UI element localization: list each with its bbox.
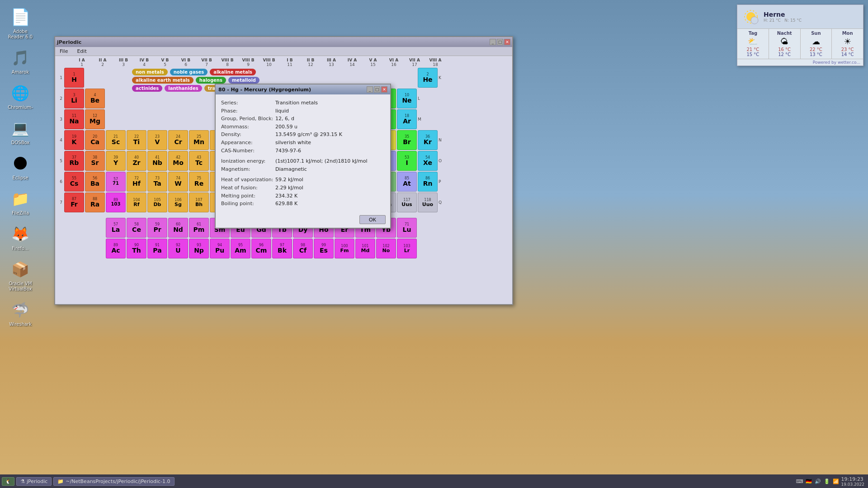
element-Y[interactable]: 39Y	[106, 151, 126, 171]
element-Fr[interactable]: 87Fr	[64, 192, 84, 212]
element-U[interactable]: 92U	[168, 239, 188, 258]
element-Ce[interactable]: 58Ce	[127, 218, 146, 238]
element-No[interactable]: 102No	[376, 239, 396, 258]
desktop-icon-wireshark[interactable]: 🦈 Wireshark	[5, 297, 36, 329]
desktop-icon-filezilla[interactable]: 📁 FileZilla	[5, 186, 36, 218]
element-Ca[interactable]: 20Ca	[85, 130, 105, 150]
element-Cr[interactable]: 24Cr	[168, 130, 188, 150]
element-Pa[interactable]: 91Pa	[147, 239, 167, 258]
weather-header: Herne H: 21 °C N: 15 °C	[737, 5, 863, 28]
element-Rn[interactable]: 86Rn	[418, 172, 438, 192]
firefox-label: Firefo...	[12, 246, 29, 251]
element-Nb[interactable]: 41Nb	[147, 151, 167, 171]
element-V[interactable]: 23V	[147, 130, 167, 150]
element-Pr[interactable]: 59Pr	[147, 218, 167, 238]
legend-lanthanides[interactable]: lanthanides	[165, 85, 202, 92]
element-Mg[interactable]: 12Mg	[85, 109, 105, 129]
element-Ne[interactable]: 10Ne	[397, 89, 417, 108]
element-Ti[interactable]: 22Ti	[127, 130, 146, 150]
group-label-iva: IV A	[342, 58, 363, 62]
desktop-icon-firefox[interactable]: 🦊 Firefo...	[5, 221, 36, 253]
element-Na[interactable]: 11Na	[64, 109, 84, 129]
dialog-close[interactable]: ✕	[381, 86, 387, 93]
menu-edit[interactable]: Edit	[75, 47, 88, 55]
element-Cs[interactable]: 55Cs	[64, 172, 84, 192]
element-Hf[interactable]: 72Hf	[127, 172, 146, 192]
element-Nd[interactable]: 60Nd	[168, 218, 188, 238]
element-Li[interactable]: 3Li	[64, 89, 84, 108]
element-Tc[interactable]: 43Tc	[189, 151, 209, 171]
weather-days-row: Tag ⛅ 21 °C 15 °C Nacht 🌤 16 °C 12 °C Su…	[737, 28, 863, 59]
legend-metalloid[interactable]: metalloid	[228, 77, 259, 84]
dialog-footer: OK	[216, 212, 390, 228]
element-H[interactable]: 1 H	[64, 68, 84, 88]
element-Mo[interactable]: 42Mo	[168, 151, 188, 171]
desktop-icon-dosbox[interactable]: 💻 DOSBox	[5, 116, 36, 147]
element-Uus[interactable]: 117Uus	[397, 192, 417, 212]
ok-button[interactable]: OK	[359, 215, 386, 224]
element-I[interactable]: 53I	[397, 151, 417, 171]
menu-file[interactable]: File	[58, 47, 70, 55]
legend-alkaline-earth[interactable]: alkaline earth metals	[132, 77, 193, 84]
desktop-icon-chromium[interactable]: 🌐 Chromium-	[5, 80, 36, 112]
taskbar-netbeans[interactable]: 📁 ~/NetBeansProjects/jPeriodic/jPeriodic…	[53, 477, 174, 486]
element-Ta[interactable]: 73Ta	[147, 172, 167, 192]
element-Kr[interactable]: 36Kr	[418, 130, 438, 150]
element-Fm[interactable]: 100Fm	[335, 239, 354, 258]
element-Xe[interactable]: 54Xe	[418, 151, 438, 171]
start-button[interactable]: 🐧	[2, 477, 14, 486]
element-Br[interactable]: 35Br	[397, 130, 417, 150]
desktop-icon-oracle[interactable]: 📦 Oracle VMVirtualBox	[5, 257, 36, 294]
legend-noble-gases[interactable]: noble gases	[170, 69, 208, 75]
element-Np[interactable]: 93Np	[189, 239, 209, 258]
desktop-icon-adobe[interactable]: 📄 AdobeReader 6.0	[5, 5, 36, 42]
desktop-icon-amarok[interactable]: 🎵 Amarok	[5, 45, 36, 77]
legend-actinides[interactable]: actinides	[132, 85, 162, 92]
element-Db[interactable]: 105Db	[147, 192, 167, 212]
element-Sg[interactable]: 106Sg	[168, 192, 188, 212]
element-Zr[interactable]: 40Zr	[127, 151, 146, 171]
element-Bk[interactable]: 97Bk	[272, 239, 292, 258]
element-Bh[interactable]: 107Bh	[189, 192, 209, 212]
element-Ac[interactable]: 89Ac	[106, 239, 126, 258]
dialog-maximize[interactable]: □	[374, 86, 380, 93]
element-Rb[interactable]: 37Rb	[64, 151, 84, 171]
element-Ba[interactable]: 56Ba	[85, 172, 105, 192]
dialog-minimize[interactable]: _	[367, 86, 373, 93]
element-Ar[interactable]: 18Ar	[397, 109, 417, 129]
element-Cm[interactable]: 96Cm	[251, 239, 271, 258]
element-Th[interactable]: 90Th	[127, 239, 146, 258]
element-Am[interactable]: 95Am	[231, 239, 250, 258]
element-Sc[interactable]: 21Sc	[106, 130, 126, 150]
element-W[interactable]: 74W	[168, 172, 188, 192]
element-Lr[interactable]: 103Lr	[397, 239, 417, 258]
element-Mn[interactable]: 25Mn	[189, 130, 209, 150]
element-Be[interactable]: 4Be	[85, 89, 105, 108]
element-Sr[interactable]: 38Sr	[85, 151, 105, 171]
taskbar-jperiodic[interactable]: ⚗ jPeriodic	[16, 477, 52, 486]
element-Pm[interactable]: 61Pm	[189, 218, 209, 238]
element-Cf[interactable]: 98Cf	[293, 239, 313, 258]
maximize-button[interactable]: □	[497, 39, 503, 45]
minimize-button[interactable]: _	[490, 39, 496, 45]
element-At[interactable]: 85At	[397, 172, 417, 192]
element-He[interactable]: 2 He	[418, 68, 438, 88]
element-Rf[interactable]: 104Rf	[127, 192, 146, 212]
element-Re[interactable]: 75Re	[189, 172, 209, 192]
legend-halogens[interactable]: halogens	[196, 77, 226, 84]
element-Md[interactable]: 101Md	[355, 239, 375, 258]
element-Es[interactable]: 99Es	[314, 239, 334, 258]
element-Ra[interactable]: 88Ra	[85, 192, 105, 212]
element-La-row[interactable]: 5771	[106, 172, 126, 192]
element-La[interactable]: 57La	[106, 218, 126, 238]
legend-non-metals[interactable]: non metals	[132, 69, 168, 75]
element-Lu[interactable]: 71Lu	[397, 218, 417, 238]
element-Ac-row[interactable]: 89103	[106, 192, 126, 212]
element-Pu[interactable]: 94Pu	[210, 239, 230, 258]
legend-alkaline-metals[interactable]: alkaline metals	[210, 69, 256, 75]
element-K[interactable]: 19K	[64, 130, 84, 150]
element-Uuo[interactable]: 118Uuo	[418, 192, 438, 212]
close-button[interactable]: ✕	[504, 39, 510, 45]
weather-powered: Powered by wetter.co...	[737, 59, 863, 66]
desktop-icon-eclipse[interactable]: 🌑 Eclipse	[5, 151, 36, 183]
